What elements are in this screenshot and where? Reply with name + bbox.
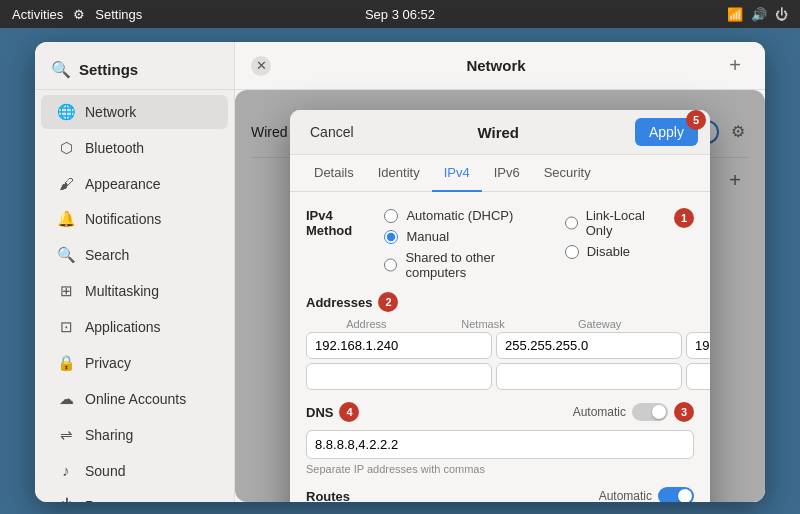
dns-section: DNS 4 Automatic 3 xyxy=(306,402,694,475)
gateway-input[interactable] xyxy=(686,332,710,359)
right-panel: ✕ Network + Wired Off ⚙ + xyxy=(235,42,765,502)
shared-radio[interactable] xyxy=(384,258,397,272)
top-bar: Activities ⚙ Settings Sep 3 06:52 📶 🔊 ⏻ xyxy=(0,0,800,28)
dns-auto-section: Automatic 3 xyxy=(573,402,694,422)
activities-button[interactable]: Activities xyxy=(12,7,63,22)
link-local-radio[interactable] xyxy=(565,216,578,230)
volume-icon: 🔊 xyxy=(751,7,767,22)
dns-header: DNS 4 Automatic 3 xyxy=(306,402,694,422)
badge-1: 1 xyxy=(674,208,694,228)
disable-label: Disable xyxy=(587,244,630,259)
badge-2: 2 xyxy=(378,292,398,312)
dns-label: DNS 4 xyxy=(306,402,359,422)
sidebar-item-label: Network xyxy=(85,104,136,120)
netmask-input-2[interactable] xyxy=(496,363,682,390)
routes-section: Routes Automatic Address Netmask xyxy=(306,487,694,502)
bluetooth-icon: ⬡ xyxy=(57,139,75,157)
search-nav-icon: 🔍 xyxy=(57,246,75,264)
address-row-1: ⊖ xyxy=(306,332,694,359)
address-row-2: ⊕ xyxy=(306,363,694,390)
tabs: Details Identity IPv4 IPv6 Security xyxy=(290,155,710,192)
address-input-2[interactable] xyxy=(306,363,492,390)
sidebar-item-sound[interactable]: ♪ Sound xyxy=(41,454,228,487)
multitasking-icon: ⊞ xyxy=(57,282,75,300)
sidebar-item-notifications[interactable]: 🔔 Notifications xyxy=(41,202,228,236)
ipv4-method-label: IPv4 Method xyxy=(306,208,372,238)
sidebar-item-label: Notifications xyxy=(85,211,161,227)
ipv4-content: IPv4 Method Automatic (DHCP) xyxy=(290,192,710,502)
sidebar-item-applications[interactable]: ⊡ Applications xyxy=(41,310,228,344)
sidebar-item-multitasking[interactable]: ⊞ Multitasking xyxy=(41,274,228,308)
notifications-icon: 🔔 xyxy=(57,210,75,228)
sidebar-item-label: Online Accounts xyxy=(85,391,186,407)
top-bar-right: 📶 🔊 ⏻ xyxy=(727,7,788,22)
ipv4-methods-left: Automatic (DHCP) Manual xyxy=(384,208,534,280)
dialog-header: Cancel Wired Apply 5 xyxy=(290,110,710,155)
right-panel-content: Wired Off ⚙ + xyxy=(235,90,765,502)
sound-icon: ♪ xyxy=(57,462,75,479)
addresses-label: Addresses xyxy=(306,295,372,310)
wired-dialog: Cancel Wired Apply 5 Details Identity xyxy=(290,110,710,502)
method-shared[interactable]: Shared to other computers xyxy=(384,250,534,280)
sidebar-item-privacy[interactable]: 🔒 Privacy xyxy=(41,346,228,380)
applications-icon: ⊡ xyxy=(57,318,75,336)
disable-radio[interactable] xyxy=(565,245,579,259)
routes-auto-toggle[interactable] xyxy=(658,487,694,502)
settings-app-label: Settings xyxy=(95,7,142,22)
routes-header: Routes Automatic xyxy=(306,487,694,502)
sidebar-item-label: Search xyxy=(85,247,129,263)
sidebar-item-online-accounts[interactable]: ☁ Online Accounts xyxy=(41,382,228,416)
auto-label: Automatic (DHCP) xyxy=(406,208,513,223)
method-manual[interactable]: Manual xyxy=(384,229,534,244)
cancel-button[interactable]: Cancel xyxy=(302,120,362,144)
sidebar-title: Settings xyxy=(79,61,138,78)
auto-radio[interactable] xyxy=(384,209,398,223)
network-icon: 🌐 xyxy=(57,103,75,121)
sidebar-item-label: Applications xyxy=(85,319,161,335)
privacy-icon: 🔒 xyxy=(57,354,75,372)
sidebar-item-bluetooth[interactable]: ⬡ Bluetooth xyxy=(41,131,228,165)
tab-ipv4[interactable]: IPv4 xyxy=(432,155,482,192)
link-local-label: Link-Local Only xyxy=(586,208,660,238)
add-network-button[interactable]: + xyxy=(721,52,749,80)
right-panel-header: ✕ Network + xyxy=(235,42,765,90)
netmask-input[interactable] xyxy=(496,332,682,359)
wifi-icon: 📶 xyxy=(727,7,743,22)
sidebar-item-label: Sound xyxy=(85,463,125,479)
dns-input[interactable] xyxy=(306,430,694,459)
method-disable[interactable]: Disable xyxy=(565,244,660,259)
sidebar-item-network[interactable]: 🌐 Network xyxy=(41,95,228,129)
online-accounts-icon: ☁ xyxy=(57,390,75,408)
shared-label: Shared to other computers xyxy=(405,250,534,280)
addresses-section: Addresses 2 Address Netmask Gateway xyxy=(306,292,694,390)
dns-auto-label: Automatic xyxy=(573,405,626,419)
right-panel-title: Network xyxy=(466,57,525,74)
top-bar-datetime: Sep 3 06:52 xyxy=(365,7,435,22)
sidebar-item-sharing[interactable]: ⇌ Sharing xyxy=(41,418,228,452)
tab-identity[interactable]: Identity xyxy=(366,155,432,192)
method-auto[interactable]: Automatic (DHCP) xyxy=(384,208,534,223)
addr-action-header xyxy=(660,318,690,330)
gateway-input-2[interactable] xyxy=(686,363,710,390)
sidebar-item-search[interactable]: 🔍 Search xyxy=(41,238,228,272)
sidebar-item-appearance[interactable]: 🖌 Appearance xyxy=(41,167,228,200)
tab-security[interactable]: Security xyxy=(532,155,603,192)
routes-auto-label: Automatic xyxy=(599,489,652,502)
manual-radio[interactable] xyxy=(384,230,398,244)
dns-auto-toggle[interactable] xyxy=(632,403,668,421)
appearance-icon: 🖌 xyxy=(57,175,75,192)
method-link-local[interactable]: Link-Local Only xyxy=(565,208,660,238)
tab-details[interactable]: Details xyxy=(302,155,366,192)
sidebar-item-label: Sharing xyxy=(85,427,133,443)
settings-window: 🔍 Settings 🌐 Network ⬡ Bluetooth 🖌 Appea… xyxy=(35,42,765,502)
addr-col1-header: Address xyxy=(310,318,423,330)
sidebar-item-label: Power xyxy=(85,498,125,503)
address-input[interactable] xyxy=(306,332,492,359)
tab-ipv6[interactable]: IPv6 xyxy=(482,155,532,192)
sidebar: 🔍 Settings 🌐 Network ⬡ Bluetooth 🖌 Appea… xyxy=(35,42,235,502)
dialog-title: Wired xyxy=(478,124,520,141)
sidebar-item-power[interactable]: ⏻ Power xyxy=(41,489,228,502)
sidebar-header: 🔍 Settings xyxy=(35,50,234,90)
window-close-button[interactable]: ✕ xyxy=(251,56,271,76)
main-area: 🔍 Settings 🌐 Network ⬡ Bluetooth 🖌 Appea… xyxy=(0,28,800,514)
